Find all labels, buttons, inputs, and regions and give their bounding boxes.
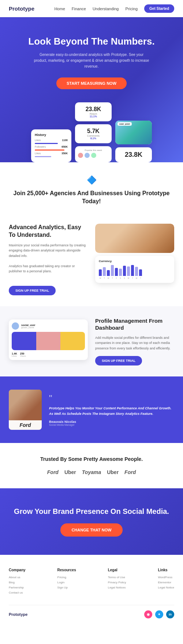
- likes-val: 1100: [62, 139, 68, 141]
- testimonial-author: Beauvais Nicolas: [49, 420, 174, 424]
- nav-logo: Prototype: [9, 5, 34, 12]
- footer-bottom: Prototype ◉ ✦ in: [9, 605, 174, 618]
- followers-label: Followers: [35, 145, 46, 148]
- footer-signup[interactable]: Sign Up: [57, 586, 76, 589]
- bar-10: [135, 267, 138, 276]
- profile-right: Profile Management From Dashboard Add mu…: [95, 317, 174, 365]
- analytics-body2: Analytics has graduated taking any creat…: [9, 264, 88, 274]
- nav-cta-button[interactable]: Get Started: [144, 4, 174, 13]
- chart-label-10: W: [135, 277, 138, 279]
- chart-label-3: W: [107, 277, 110, 279]
- profile-cta-button[interactable]: SIGN UP FREE TRIAL: [95, 356, 142, 365]
- footer-resources-col: Resources Pricing Login Sign Up: [57, 568, 76, 596]
- analytics-person-image: [95, 224, 174, 253]
- analytics-cta-button[interactable]: SIGN UP FREE TRIAL: [9, 286, 56, 295]
- right-col: user_post 23.8K: [115, 121, 152, 162]
- stat2-num: 5.7K: [80, 128, 107, 135]
- profile-heading: Profile Management From Dashboard: [95, 317, 174, 332]
- footer-legal-notice[interactable]: Legal Notice: [158, 586, 174, 589]
- profile-band-yellow: [60, 332, 85, 350]
- currency-title: Currency: [99, 260, 171, 263]
- bar-9: [131, 265, 134, 276]
- hero-image-card: user_post: [115, 121, 152, 144]
- footer-cols: Company About us Blog Partnership Contac…: [9, 568, 174, 596]
- people-label: Popular this week: [78, 149, 109, 151]
- avatar-row: [78, 153, 109, 158]
- footer-legal-notices[interactable]: Legal Notices: [108, 586, 126, 589]
- profile-header: social_user g/user_name: [12, 322, 85, 330]
- profile-stat2-label: Views: [20, 355, 26, 357]
- footer-terms[interactable]: Terms of Use: [108, 576, 126, 579]
- footer-links-col: Links WordPress Elementor Legal Notice: [158, 568, 174, 596]
- footer-wordpress[interactable]: WordPress: [158, 576, 174, 579]
- footer-elementor[interactable]: Elementor: [158, 581, 174, 584]
- join-heading: Join 25,000+ Agencies And Businesses Usi…: [11, 189, 172, 206]
- footer-partnership[interactable]: Partnership: [9, 586, 26, 589]
- mini-chart: [99, 265, 171, 276]
- img-overlay: user_post: [117, 122, 132, 126]
- chart-label-2: T: [103, 277, 106, 279]
- join-icon: 🔷: [11, 175, 172, 185]
- profile-band-red: [36, 332, 61, 350]
- profile-sub: g/user_name: [21, 326, 36, 329]
- quote-icon: ": [49, 393, 174, 404]
- footer: Company About us Blog Partnership Contac…: [0, 555, 183, 626]
- bar-5: [115, 268, 118, 276]
- avatar-1: [78, 153, 83, 158]
- instagram-icon[interactable]: ◉: [144, 610, 152, 618]
- logo-ford-2: Ford: [124, 469, 136, 475]
- profile-stat1-num: 1.4K: [12, 352, 17, 355]
- nav-finance[interactable]: Finance: [72, 7, 86, 11]
- twitter-icon[interactable]: ✦: [155, 610, 163, 618]
- profile-stat-views: 250 Views: [20, 352, 26, 357]
- footer-contact[interactable]: Contact us: [9, 591, 26, 594]
- chart-label-9: T: [131, 277, 134, 279]
- analytics-heading: Advanced Analytics, Easy To Understand.: [9, 224, 88, 239]
- likes2-val: 350K: [61, 152, 68, 155]
- bar-8: [127, 266, 130, 276]
- nav-understanding[interactable]: Understanding: [93, 7, 119, 11]
- profile-main-card: social_user g/user_name 1.4K Likes 250 V…: [9, 319, 88, 360]
- profile-avatar: [12, 322, 19, 330]
- logo-toyama: Toyama: [82, 469, 101, 475]
- cta-section: Grow Your Brand Presence On Social Media…: [0, 488, 183, 555]
- stat-reach-card: 23.8K Reach 11.1%: [75, 102, 112, 121]
- profile-colored-bands: [12, 332, 85, 350]
- cta-button[interactable]: CHANGE THAT NOW: [60, 523, 122, 537]
- analytics-body1: Maximize your social media performance b…: [9, 243, 88, 258]
- footer-blog[interactable]: Blog: [9, 581, 26, 584]
- likes-label: Likes: [35, 139, 41, 141]
- footer-pricing[interactable]: Pricing: [57, 576, 76, 579]
- linkedin-icon[interactable]: in: [166, 610, 174, 618]
- footer-privacy[interactable]: Privacy Policy: [108, 581, 126, 584]
- hero-section: Look Beyond The Numbers. Generate easy-t…: [0, 17, 183, 162]
- stat2-label: Comments: [80, 135, 107, 137]
- big-num: 23.8K: [120, 151, 147, 159]
- nav-home[interactable]: Home: [54, 7, 65, 11]
- hero-cta-button[interactable]: START MEASURING NOW: [56, 77, 127, 89]
- chart-label-1: M: [99, 277, 102, 279]
- testimonial-section: Ford " Prototype Helps You Monitor Your …: [0, 376, 183, 443]
- analytics-left: Advanced Analytics, Easy To Understand. …: [9, 224, 88, 295]
- stat2-change: 8.1%: [80, 137, 107, 140]
- hero-heading: Look Beyond The Numbers.: [11, 35, 172, 48]
- chart-label-8: M: [127, 277, 130, 279]
- footer-legal-col: Legal Terms of Use Privacy Policy Legal …: [108, 568, 126, 596]
- footer-about[interactable]: About us: [9, 576, 26, 579]
- footer-login[interactable]: Login: [57, 581, 76, 584]
- chart-label-4: T: [111, 277, 114, 279]
- bar-7: [123, 266, 126, 276]
- bar-2: [103, 267, 106, 276]
- cta-heading: Grow Your Brand Presence On Social Media…: [11, 507, 172, 516]
- profile-stat-likes: 1.4K Likes: [12, 352, 17, 357]
- profile-body: Add multiple social profiles for differe…: [95, 335, 174, 351]
- nav-pricing[interactable]: Pricing: [125, 7, 138, 11]
- footer-links-heading: Links: [158, 568, 174, 572]
- footer-social-icons: ◉ ✦ in: [144, 610, 174, 618]
- history-title: History: [35, 133, 68, 137]
- profile-band-blue: [12, 332, 36, 350]
- likes2-label: Likes: [35, 152, 41, 155]
- ford-logo: Ford: [19, 422, 31, 428]
- testimonial-content: " Prototype Helps You Monitor Your Conte…: [49, 393, 174, 426]
- bar-11: [139, 269, 142, 276]
